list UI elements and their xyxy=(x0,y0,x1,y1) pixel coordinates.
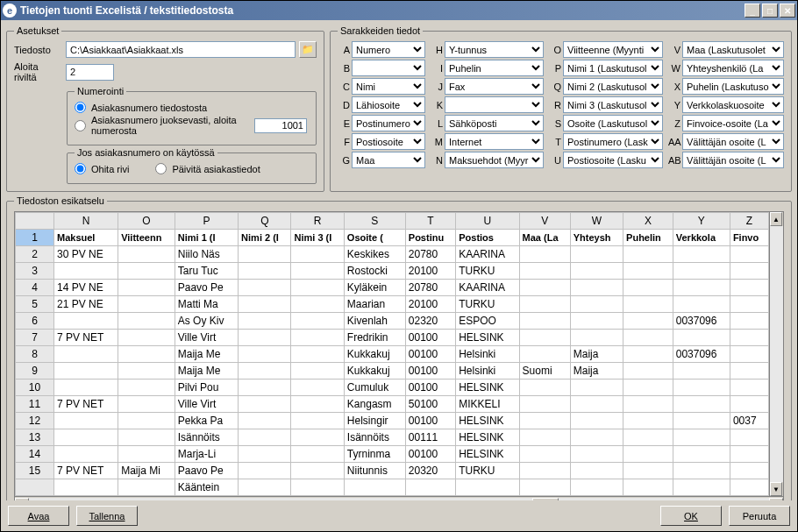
cell[interactable] xyxy=(118,479,175,496)
cell[interactable] xyxy=(730,296,768,313)
cell[interactable] xyxy=(519,429,570,446)
vertical-scrollbar[interactable]: ▲ ▼ xyxy=(769,212,783,496)
cell[interactable] xyxy=(239,413,291,429)
cell[interactable] xyxy=(118,363,175,379)
cell[interactable]: 20320 xyxy=(405,463,455,479)
column-select-G[interactable]: Maa xyxy=(352,152,425,168)
cell[interactable] xyxy=(239,330,291,346)
cell[interactable] xyxy=(730,313,768,330)
cell[interactable] xyxy=(673,396,730,413)
cell[interactable]: Matti Ma xyxy=(175,296,238,313)
cell[interactable]: TURKU xyxy=(456,463,519,479)
cell[interactable]: Suomi xyxy=(519,363,570,379)
cell[interactable] xyxy=(519,413,570,429)
header-cell[interactable]: Postinu xyxy=(405,230,455,246)
header-cell[interactable]: Yhteysh xyxy=(570,230,623,246)
cell[interactable] xyxy=(673,479,730,496)
cell[interactable]: Niilo Näs xyxy=(175,246,238,263)
cell[interactable] xyxy=(291,296,344,313)
save-button[interactable]: Tallenna xyxy=(76,506,138,526)
cell[interactable] xyxy=(570,246,623,263)
cell[interactable]: Paavo Pe xyxy=(175,280,238,296)
column-select-S[interactable]: Osoite (Laskutusol xyxy=(563,115,663,131)
cell[interactable]: 00100 xyxy=(405,330,455,346)
cell[interactable]: Marja-Li xyxy=(175,446,238,463)
row-number[interactable]: 2 xyxy=(16,246,54,263)
cell[interactable]: Maija xyxy=(570,346,623,363)
numbering-start-input[interactable] xyxy=(254,118,307,133)
cell[interactable]: TURKU xyxy=(456,263,519,280)
numbering-from-file-radio[interactable] xyxy=(75,102,86,113)
cell[interactable] xyxy=(570,280,623,296)
cell[interactable]: HELSINK xyxy=(456,413,519,429)
update-radio[interactable] xyxy=(155,163,167,174)
header-cell[interactable]: Postios xyxy=(456,230,519,246)
cell[interactable] xyxy=(673,263,730,280)
column-select-K[interactable] xyxy=(445,96,544,113)
cell[interactable] xyxy=(730,479,768,496)
cell[interactable]: HELSINK xyxy=(456,379,519,396)
cell[interactable]: Taru Tuc xyxy=(175,263,238,280)
cell[interactable] xyxy=(570,396,623,413)
col-letter[interactable]: Z xyxy=(730,213,768,230)
col-letter[interactable]: Q xyxy=(239,213,291,230)
cell[interactable] xyxy=(570,296,623,313)
cell[interactable]: Maija xyxy=(570,363,623,379)
cell[interactable]: 02320 xyxy=(405,313,455,330)
cell[interactable] xyxy=(54,263,118,280)
cell[interactable] xyxy=(405,479,455,496)
cell[interactable] xyxy=(570,330,623,346)
cell[interactable]: 20780 xyxy=(405,280,455,296)
cell[interactable] xyxy=(570,446,623,463)
cell[interactable] xyxy=(291,463,344,479)
cell[interactable]: Kangasm xyxy=(344,396,405,413)
row-number[interactable]: 11 xyxy=(16,396,54,413)
col-letter[interactable]: W xyxy=(570,213,623,230)
cell[interactable]: Isännöits xyxy=(175,429,238,446)
cell[interactable]: 7 PV NET xyxy=(54,396,118,413)
cell[interactable] xyxy=(623,463,673,479)
cell[interactable] xyxy=(519,463,570,479)
cell[interactable] xyxy=(239,379,291,396)
cell[interactable] xyxy=(456,479,519,496)
cell[interactable] xyxy=(54,346,118,363)
cell[interactable] xyxy=(291,429,344,446)
cell[interactable] xyxy=(291,379,344,396)
col-letter[interactable]: P xyxy=(175,213,238,230)
cell[interactable] xyxy=(239,346,291,363)
cell[interactable] xyxy=(519,346,570,363)
row-number[interactable]: 10 xyxy=(16,379,54,396)
cell[interactable] xyxy=(570,379,623,396)
header-cell[interactable]: Maa (La xyxy=(519,230,570,246)
cell[interactable] xyxy=(623,313,673,330)
cell[interactable] xyxy=(118,330,175,346)
row-number[interactable]: 3 xyxy=(16,263,54,280)
cell[interactable] xyxy=(673,429,730,446)
cell[interactable] xyxy=(623,346,673,363)
col-letter[interactable]: U xyxy=(456,213,519,230)
cell[interactable] xyxy=(54,479,118,496)
cell[interactable]: 20100 xyxy=(405,296,455,313)
cell[interactable] xyxy=(673,280,730,296)
cell[interactable]: Kivenlah xyxy=(344,313,405,330)
cell[interactable]: KAARINA xyxy=(456,280,519,296)
cell[interactable] xyxy=(570,479,623,496)
cell[interactable] xyxy=(54,446,118,463)
cell[interactable]: Helsinki xyxy=(456,363,519,379)
cell[interactable] xyxy=(54,363,118,379)
cell[interactable]: Tyrninma xyxy=(344,446,405,463)
cell[interactable] xyxy=(623,246,673,263)
cell[interactable] xyxy=(519,313,570,330)
cell[interactable] xyxy=(239,479,291,496)
cell[interactable] xyxy=(570,263,623,280)
col-letter[interactable]: S xyxy=(344,213,405,230)
cell[interactable] xyxy=(519,296,570,313)
cell[interactable]: 20780 xyxy=(405,246,455,263)
cell[interactable]: Paavo Pe xyxy=(175,463,238,479)
row-number[interactable]: 14 xyxy=(16,446,54,463)
cell[interactable]: HELSINK xyxy=(456,429,519,446)
cell[interactable] xyxy=(730,280,768,296)
col-letter[interactable]: X xyxy=(623,213,673,230)
cell[interactable]: Maarian xyxy=(344,296,405,313)
cell[interactable] xyxy=(673,446,730,463)
